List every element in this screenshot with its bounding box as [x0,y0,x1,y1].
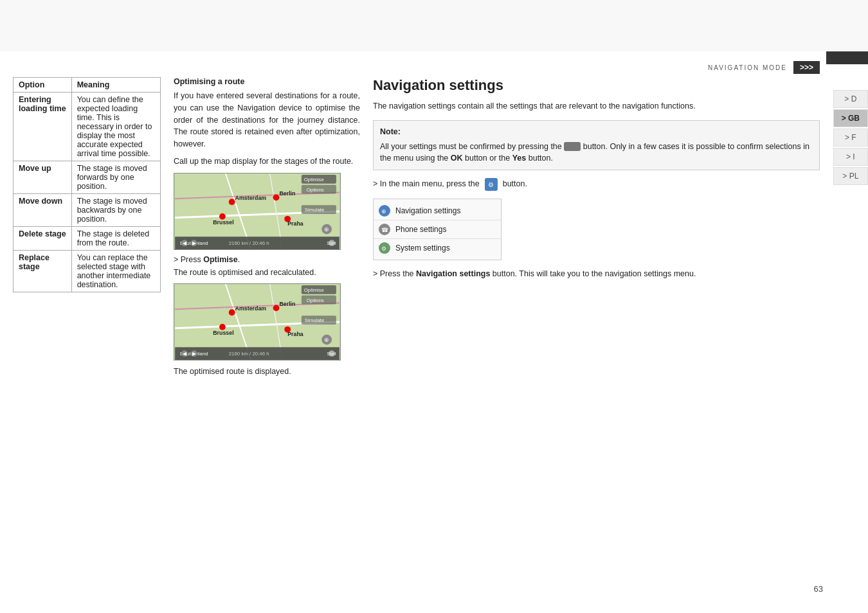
optimising-title: Optimising a route [174,77,360,86]
optimise-result-text: The route is optimised and recalculated. [174,267,360,279]
svg-text:Praha: Praha [287,220,303,226]
menu-item-nav-label: Navigation settings [395,206,460,215]
svg-text:Optimise: Optimise [304,287,325,293]
menu-item-phone-label: Phone settings [395,225,446,234]
option-meaning-move-up: The stage is moved forwards by one posit… [71,161,160,194]
menu-item-phone-settings: ☎ Phone settings [374,220,501,239]
svg-text:Amsterdam: Amsterdam [235,195,267,201]
optimising-para1: If you have entered several destinations… [174,90,360,150]
svg-text:Amsterdam: Amsterdam [235,306,267,312]
svg-text:⚙: ⚙ [488,181,494,188]
svg-text:Berlin: Berlin [279,190,295,197]
page-number: 63 [814,584,823,594]
lang-tab-f[interactable]: > F [833,129,868,147]
svg-text:⚙: ⚙ [381,245,386,252]
press-optimise-text: > Press Optimise. [174,255,360,264]
svg-text:2160 km / 20:46 h: 2160 km / 20:46 h [229,240,269,246]
option-name-move-up: Move up [14,161,72,194]
optimising-section: Optimising a route If you have entered s… [174,77,360,383]
page-container: NAVIGATION MODE >>> > D > GB > F > I > P… [0,0,868,613]
svg-point-5 [229,199,235,205]
page-header: NAVIGATION MODE >>> [13,61,820,74]
table-row: Enteringloading time You can define the … [14,93,161,161]
map-image-before: Amsterdam Berlin Brussel Praha Deutschla… [174,173,341,250]
note-text: All your settings must be confirmed by p… [380,141,813,165]
option-name-delete-stage: Delete stage [14,227,72,251]
svg-text:2160 km / 20:46 h: 2160 km / 20:46 h [229,351,269,357]
option-meaning-move-down: The stage is moved backwards by one posi… [71,194,160,227]
table-row: Move down The stage is moved backwards b… [14,194,161,227]
svg-text:Praha: Praha [287,331,303,337]
arrows-label: >>> [800,63,813,72]
svg-text:◀: ◀ [183,351,187,357]
svg-text:Brussel: Brussel [213,330,233,336]
svg-text:☎: ☎ [381,227,388,233]
arrows-box: >>> [793,61,820,74]
optimised-route-text: The optimised route is displayed. [174,366,360,378]
svg-point-37 [273,305,280,312]
option-name-entering: Enteringloading time [14,93,72,161]
svg-point-7 [273,194,280,200]
optimising-para2: Call up the map display for the stages o… [174,155,360,168]
map-image-after: Amsterdam Berlin Brussel Praha Deutschla… [174,283,341,360]
option-meaning-replace-stage: You can replace the selected stage with … [71,251,160,292]
option-name-replace-stage: Replacestage [14,251,72,292]
settings-menu-box: ⊕ Navigation settings ☎ Phone settings [373,199,502,260]
note-box: Note: All your settings must be confirme… [373,120,820,170]
option-meaning-delete-stage: The stage is deleted from the route. [71,227,160,251]
svg-text:Start: Start [327,351,336,356]
bullet-main-menu: > In the main menu, press the ⚙ button. [373,178,820,191]
menu-item-system-settings: ⚙ System settings [374,239,501,257]
option-name-move-down: Move down [14,194,72,227]
language-tabs: > D > GB > F > I > PL [833,90,868,185]
press-nav-settings-text: > Press the Navigation settings button. … [373,268,820,280]
svg-text:Options: Options [307,186,324,192]
table-row: Delete stage The stage is deleted from t… [14,227,161,251]
options-table-section: Option Meaning Enteringloading time You … [13,77,161,383]
nav-settings-icon: ⊕ [379,205,390,217]
svg-text:Brussel: Brussel [213,218,233,225]
svg-text:Start: Start [327,241,336,245]
lang-tab-gb[interactable]: > GB [833,109,868,127]
top-stripe [0,0,868,51]
svg-text:Berlin: Berlin [279,301,295,308]
svg-text:◀: ◀ [183,240,187,246]
svg-text:⊕: ⊕ [324,226,329,233]
nav-settings-section: Navigation settings The navigation setti… [373,77,820,383]
phone-settings-icon: ☎ [379,224,390,235]
svg-text:▶: ▶ [192,240,197,246]
col-header-option: Option [14,78,72,93]
main-content: Option Meaning Enteringloading time You … [13,77,820,383]
nav-settings-title: Navigation settings [373,77,820,94]
svg-text:▶: ▶ [192,351,197,357]
nav-settings-intro: The navigation settings contain all the … [373,100,820,112]
menu-item-navigation-settings: ⊕ Navigation settings [374,202,501,220]
svg-text:⊕: ⊕ [381,208,386,215]
svg-text:Optimise: Optimise [304,176,325,182]
lang-tab-pl[interactable]: > PL [833,167,868,185]
system-settings-icon: ⚙ [379,242,390,254]
svg-point-35 [229,310,235,316]
lang-tab-d[interactable]: > D [833,90,868,108]
menu-item-system-label: System settings [395,244,450,253]
svg-text:Options: Options [307,298,324,303]
svg-text:Simulate: Simulate [305,317,325,323]
svg-text:⊕: ⊕ [324,337,329,344]
col-header-meaning: Meaning [71,78,160,93]
options-table: Option Meaning Enteringloading time You … [13,77,161,292]
option-meaning-entering: You can define the expected loading time… [71,93,160,161]
lang-tab-i[interactable]: > I [833,148,868,166]
svg-text:Simulate: Simulate [305,207,325,213]
table-row: Replacestage You can replace the selecte… [14,251,161,292]
nav-mode-label: NAVIGATION MODE [708,64,787,71]
note-title: Note: [380,126,813,138]
table-row: Move up The stage is moved forwards by o… [14,161,161,194]
